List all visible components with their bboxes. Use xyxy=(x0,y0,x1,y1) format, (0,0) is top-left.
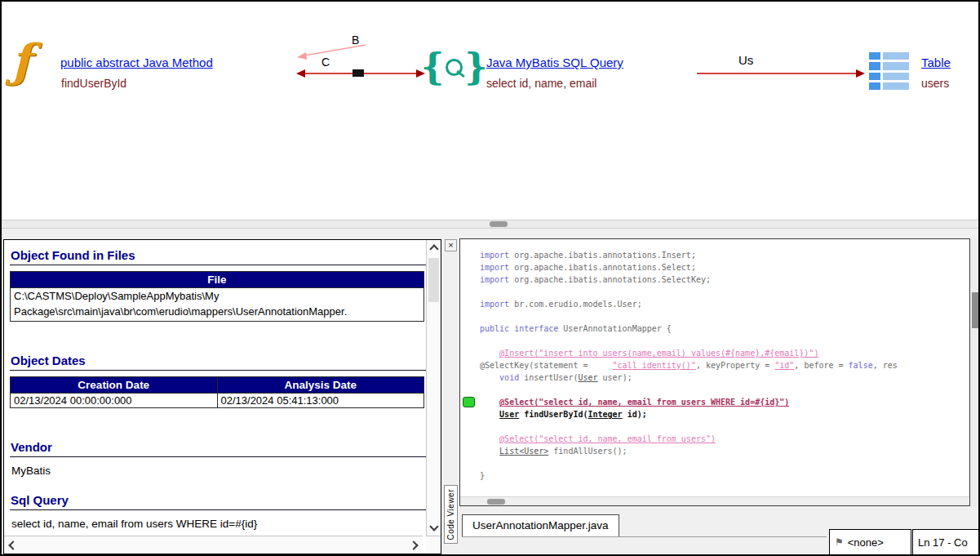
code-line: } xyxy=(480,469,969,482)
vendor-value: MyBatis xyxy=(11,465,426,477)
properties-vertical-scrollbar[interactable] xyxy=(426,240,441,536)
cursor-position-indicator: Ln 17 - Co xyxy=(912,529,980,555)
chevron-right-icon xyxy=(409,540,418,549)
code-viewer-tab-label: Code Viewer xyxy=(446,489,455,540)
query-brace-left: { xyxy=(421,51,444,83)
code-line xyxy=(480,335,969,347)
query-brace-right: } xyxy=(464,51,487,83)
file-tab[interactable]: UserAnnotationMapper.java xyxy=(462,514,619,537)
bookmark-flag-icon: ⚑ xyxy=(835,536,844,548)
code-line xyxy=(480,420,969,433)
table-name: users xyxy=(921,77,949,90)
query-q-glyph xyxy=(446,59,463,76)
code-line: void insertUser(User user); xyxy=(480,371,969,384)
cursor-position-text: Ln 17 - Co xyxy=(918,536,968,549)
code-editor[interactable]: import org.apache.ibatis.annotations.Ins… xyxy=(459,238,970,506)
code-text: import org.apache.ibatis.annotations.Ins… xyxy=(480,249,969,496)
bookmark-marker[interactable] xyxy=(463,397,475,407)
code-line: import org.apache.ibatis.annotations.Ins… xyxy=(480,249,969,261)
scroll-down-button[interactable] xyxy=(427,521,441,536)
properties-horizontal-scrollbar[interactable] xyxy=(4,536,423,554)
vendor-title: Vendor xyxy=(10,438,426,457)
table-icon-row xyxy=(869,52,909,60)
diagram-scrollbar-thumb[interactable] xyxy=(490,221,508,227)
link-handle[interactable] xyxy=(353,69,364,77)
mybatis-query-text: select id, name, email xyxy=(486,77,596,90)
scrollbar-corner xyxy=(426,536,441,554)
scroll-left-button[interactable] xyxy=(4,536,19,554)
code-hscroll-thumb[interactable] xyxy=(487,499,505,505)
code-line xyxy=(480,384,969,396)
application-window: B C Us ƒ public abstract Java Method fin… xyxy=(0,0,980,556)
bookmark-selector-value: <none> xyxy=(848,536,884,549)
table-icon-row xyxy=(869,82,909,90)
code-line xyxy=(480,286,969,298)
scroll-right-button[interactable] xyxy=(408,536,423,554)
code-vscroll-thumb[interactable] xyxy=(972,292,980,328)
object-found-title: Object Found in Files xyxy=(10,246,426,265)
mybatis-query-icon[interactable]: { } xyxy=(421,51,488,83)
bookmark-selector[interactable]: ⚑ <none> xyxy=(829,529,911,555)
analysis-date-header: Analysis Date xyxy=(217,377,424,394)
sql-query-title: Sql Query xyxy=(10,491,426,510)
file-table: File C:\CASTMS\Deploy\SampleAppMybatis\M… xyxy=(10,271,424,322)
code-viewer-tab[interactable]: Code Viewer xyxy=(444,485,458,544)
tabstrip-line xyxy=(462,536,827,537)
code-line: public interface UserAnnotationMapper { xyxy=(480,322,969,335)
code-vertical-scrollbar[interactable] xyxy=(971,238,980,506)
code-line: import br.com.erudio.models.User; xyxy=(480,298,969,310)
analysis-date-value: 02/13/2024 05:41:13:000 xyxy=(217,394,424,408)
code-line: User findUserById(Integer id); xyxy=(480,408,969,420)
chevron-up-icon xyxy=(429,244,438,253)
code-line: @Insert("insert into users(name,email) v… xyxy=(480,347,969,359)
object-dates-title: Object Dates xyxy=(10,351,426,371)
java-method-link[interactable]: public abstract Java Method xyxy=(60,56,213,69)
close-icon[interactable]: × xyxy=(445,239,457,251)
code-gutter xyxy=(460,239,478,496)
mybatis-query-link[interactable]: Java MyBatis SQL Query xyxy=(486,56,623,69)
sql-query-value: select id, name, email from users WHERE … xyxy=(11,518,426,530)
object-properties-content: Object Found in Files File C:\CASTMS\Dep… xyxy=(10,242,426,530)
code-line: import org.apache.ibatis.annotations.Sel… xyxy=(480,274,969,286)
code-line: List<User> findAllUsers(); xyxy=(480,445,969,457)
properties-vscroll-thumb[interactable] xyxy=(428,258,439,302)
code-viewer-panel: import org.apache.ibatis.annotations.Ins… xyxy=(458,236,980,555)
dates-table: Creation Date Analysis Date 02/13/2024 0… xyxy=(10,376,424,408)
code-line: @Select("select id, name, email from use… xyxy=(480,396,969,408)
chevron-down-icon xyxy=(429,522,438,531)
edge-label-us: Us xyxy=(738,53,753,67)
diagram-horizontal-scrollbar[interactable] xyxy=(2,220,978,229)
dependency-diagram-pane: B C Us ƒ public abstract Java Method fin… xyxy=(2,2,978,220)
code-line xyxy=(480,457,969,469)
scroll-up-button[interactable] xyxy=(427,240,441,255)
edge-label-b: B xyxy=(352,33,359,47)
table-icon[interactable] xyxy=(869,52,909,90)
creation-date-header: Creation Date xyxy=(11,377,218,394)
creation-date-value: 02/13/2024 00:00:00:000 xyxy=(11,394,218,408)
table-icon-row xyxy=(869,73,909,80)
java-method-name: findUserById xyxy=(61,77,126,90)
code-line xyxy=(480,310,969,322)
table-icon-row xyxy=(869,62,909,69)
code-horizontal-scrollbar[interactable] xyxy=(460,496,969,505)
link-arrows: B C Us xyxy=(2,2,978,220)
object-properties-panel: Object Found in Files File C:\CASTMS\Dep… xyxy=(3,239,441,554)
table-link[interactable]: Table xyxy=(921,56,951,69)
code-line: @SelectKey(statement = "call identity()"… xyxy=(480,359,969,371)
chevron-left-icon xyxy=(8,540,17,549)
file-path: C:\CASTMS\Deploy\SampleAppMybatis\My Pac… xyxy=(11,288,424,322)
edge-label-c: C xyxy=(321,56,330,69)
java-method-icon[interactable]: ƒ xyxy=(11,38,31,83)
file-header: File xyxy=(11,272,424,288)
code-line: import org.apache.ibatis.annotations.Sel… xyxy=(480,261,969,274)
code-line: @Select("select id, name, email from use… xyxy=(480,433,969,445)
